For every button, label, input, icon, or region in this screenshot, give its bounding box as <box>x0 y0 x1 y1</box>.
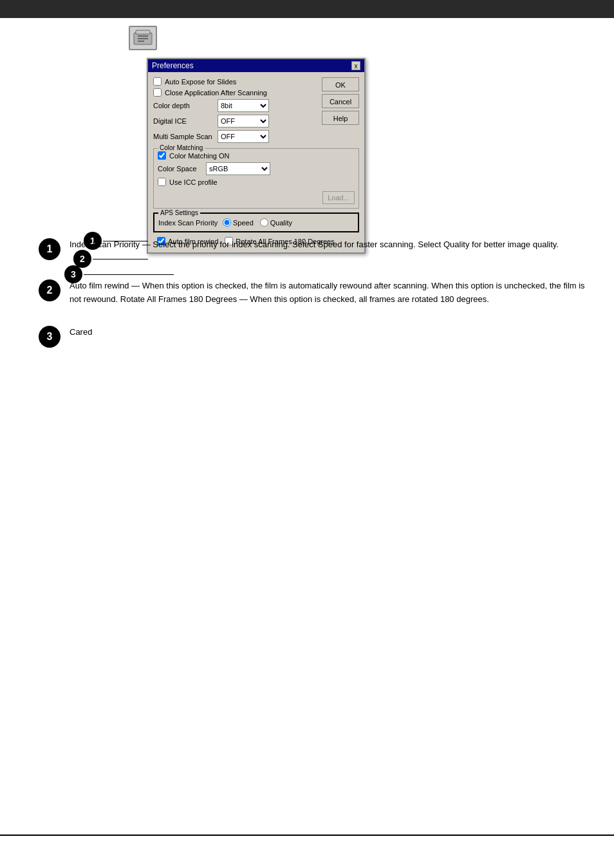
description-section: 1 Index Scan Priority — Select the prior… <box>39 238 586 367</box>
color-matching-on-checkbox[interactable] <box>158 151 166 160</box>
cancel-button[interactable]: Cancel <box>322 94 359 108</box>
icc-profile-checkbox[interactable] <box>158 178 166 186</box>
desc-text-1: Index Scan Priority — Select the priorit… <box>70 238 559 252</box>
svg-rect-1 <box>136 30 150 34</box>
desc-item-2: 2 Auto film rewind — When this option is… <box>39 279 586 307</box>
close-button[interactable]: x <box>351 61 360 70</box>
desc-item-3: 3 Cared <box>39 326 586 348</box>
dialog-body: OK Cancel Help Auto Expose for Slides Cl… <box>148 72 364 252</box>
aps-settings-section: APS Settings Index Scan Priority Speed Q… <box>153 212 359 232</box>
multi-sample-label: Multi Sample Scan <box>153 133 218 140</box>
color-depth-label: Color depth <box>153 102 218 109</box>
help-button[interactable]: Help <box>322 111 359 125</box>
desc-text-2: Auto film rewind — When this option is c… <box>70 279 586 307</box>
close-app-checkbox[interactable] <box>153 88 162 97</box>
dialog-title: Preferences <box>152 61 194 70</box>
svg-rect-3 <box>138 38 148 39</box>
desc-text-3: Cared <box>70 326 92 339</box>
multi-sample-row: Multi Sample Scan OFF 1 2 4 <box>153 130 359 143</box>
color-space-select[interactable]: sRGB AdobeRGB <box>206 162 270 175</box>
bottom-separator <box>0 835 614 836</box>
index-scan-radio-group: Speed Quality <box>223 218 292 227</box>
color-matching-on-row: Color Matching ON <box>158 151 355 160</box>
svg-rect-4 <box>138 41 144 42</box>
auto-expose-checkbox[interactable] <box>153 77 162 86</box>
scanner-icon-area <box>129 26 157 50</box>
index-scan-row: Index Scan Priority Speed Quality <box>158 218 354 227</box>
desc-num-2: 2 <box>39 279 60 301</box>
preferences-dialog: Preferences x OK Cancel Help Auto Expose… <box>147 58 366 254</box>
quality-radio[interactable] <box>260 218 268 227</box>
svg-rect-2 <box>138 35 148 37</box>
color-matching-on-label: Color Matching ON <box>169 152 230 160</box>
dialog-buttons: OK Cancel Help <box>322 77 359 125</box>
desc-num-1: 1 <box>39 238 60 260</box>
color-matching-section: Color Matching Color Matching ON Color S… <box>153 148 359 209</box>
top-bar <box>0 0 614 18</box>
icc-profile-row: Use ICC profile <box>158 178 355 186</box>
speed-radio-item: Speed <box>223 218 254 227</box>
scanner-icon <box>129 26 157 50</box>
speed-label: Speed <box>233 219 254 227</box>
multi-sample-select[interactable]: OFF 1 2 4 <box>218 130 269 143</box>
speed-radio[interactable] <box>223 218 231 227</box>
quality-radio-item: Quality <box>260 218 292 227</box>
color-space-row: Color Space sRGB AdobeRGB <box>158 162 355 175</box>
index-scan-label: Index Scan Priority <box>158 219 223 227</box>
digital-ice-label: Digital ICE <box>153 117 218 125</box>
close-app-label: Close Application After Scanning <box>165 89 267 97</box>
desc-num-3: 3 <box>39 326 60 348</box>
digital-ice-select[interactable]: OFF ON <box>218 115 269 127</box>
icc-profile-label: Use ICC profile <box>169 178 218 186</box>
color-space-label: Color Space <box>158 165 206 173</box>
auto-expose-label: Auto Expose for Slides <box>165 78 236 86</box>
desc-item-1: 1 Index Scan Priority — Select the prior… <box>39 238 586 260</box>
load-button: Load... <box>322 191 355 204</box>
color-matching-label: Color Matching <box>158 144 205 151</box>
ok-button[interactable]: OK <box>322 77 359 91</box>
aps-settings-label: APS Settings <box>158 209 200 216</box>
quality-label: Quality <box>270 219 292 227</box>
dialog-title-bar: Preferences x <box>148 59 364 72</box>
color-depth-select[interactable]: 8bit 16bit <box>218 99 269 112</box>
